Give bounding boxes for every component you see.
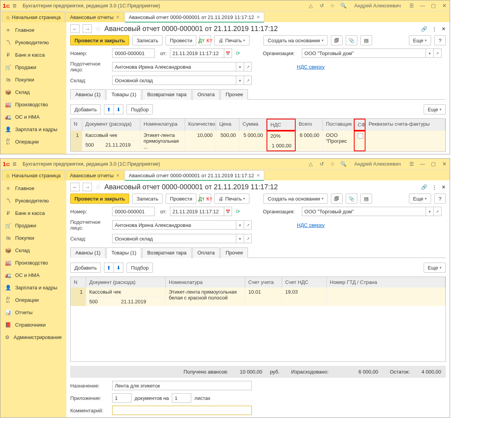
user-name[interactable]: Андрей Алексеевич [354,3,401,9]
subtab-other[interactable]: Прочее [220,247,248,258]
checklist-icon[interactable]: ▤ [360,194,372,204]
col-price[interactable]: Цена [216,119,239,131]
post-and-close-button[interactable]: Провести и закрыть [70,35,129,45]
subtab-other[interactable]: Прочее [220,89,248,100]
person-field[interactable] [112,62,236,71]
nav-sales[interactable]: 🛒Продажи [0,61,66,73]
col-n[interactable]: N [71,119,82,131]
col-sf[interactable]: СФ [354,119,365,131]
attach-icon[interactable]: 📎 [346,35,357,45]
tab-close-icon[interactable]: ✕ [256,173,260,178]
purpose-field[interactable] [112,381,252,390]
table-row[interactable]: 1 Кассовый чек 50021.11.2019 Этикет-лент… [71,131,445,151]
subtab-goods[interactable]: Товары (1) [106,247,141,258]
tab-home[interactable]: Начальная страница [2,12,65,22]
post-and-close-button[interactable]: Провести и закрыть [70,194,129,204]
tab-advance-reports[interactable]: Авансовые отчеты✕ [66,12,124,22]
nav-purchases[interactable]: 🛍Покупки [0,73,66,86]
move-down-button[interactable]: ⬇ [114,105,123,114]
subtab-payment[interactable]: Оплата [192,89,220,100]
org-field[interactable] [302,48,426,58]
col-doc[interactable]: Документ (расхода) [86,277,166,287]
nav-back-button[interactable]: ← [70,24,80,33]
main-menu-icon[interactable] [12,3,19,8]
date-field[interactable] [170,48,224,58]
nav-back-button[interactable]: ← [70,183,80,191]
person-field[interactable] [112,220,236,230]
dropdown-icon[interactable]: ▾ [236,62,244,71]
related-icon[interactable]: 🗐 [331,35,343,45]
nav-sales[interactable]: 🛒Продажи [0,219,66,232]
dropdown-icon[interactable]: ▾ [236,220,244,230]
col-nom[interactable]: Номенклатура [166,277,245,287]
vat-link[interactable]: НДС сверху [297,222,325,228]
subtab-advances[interactable]: Авансы (1) [70,89,106,100]
warehouse-field[interactable] [112,76,236,85]
save-button[interactable]: Записать [132,35,163,45]
nav-manager[interactable]: 〽Руководителю [0,194,66,207]
create-based-button[interactable]: Создать на основании ▾ [263,35,328,45]
search-icon[interactable]: 🔍 [340,161,346,167]
close-doc-icon[interactable]: ✕ [442,184,446,190]
post-button[interactable]: Провести [166,194,197,204]
subtab-payment[interactable]: Оплата [192,247,220,258]
date-field[interactable] [170,207,224,216]
dropdown-icon[interactable]: ▾ [426,207,434,216]
nav-ops[interactable]: ДтКтОперации [0,294,66,306]
more-button[interactable]: Еще ▾ [409,194,431,204]
link-icon[interactable]: 🔗 [421,26,427,32]
close-doc-icon[interactable]: ✕ [442,26,446,32]
maximize-icon[interactable]: ▢ [430,3,436,9]
search-icon[interactable]: 🔍 [340,3,346,9]
move-down-button[interactable]: ⬇ [114,263,123,272]
nav-salary[interactable]: 👤Зарплата и кадры [0,281,66,294]
favorite-icon[interactable]: ☆ [95,24,101,33]
warehouse-field[interactable] [112,234,236,243]
number-field[interactable] [112,207,155,216]
history-icon[interactable]: ↺ [319,161,325,167]
nav-bank[interactable]: ₽Банк и касса [0,48,66,61]
refresh-icon[interactable]: ⟳ [235,208,241,214]
history-icon[interactable]: ↺ [319,3,325,9]
subtab-tare[interactable]: Возвратная тара [142,89,191,100]
tab-home[interactable]: Начальная страница [2,170,65,180]
calendar-icon[interactable]: 📅 [224,207,232,216]
vat-link[interactable]: НДС сверху [297,64,325,70]
dropdown-icon[interactable]: ▾ [426,48,434,58]
add-button[interactable]: Добавить [70,104,101,114]
refresh-icon[interactable]: ⟳ [235,50,241,56]
open-icon[interactable]: ↗ [244,220,252,230]
user-name[interactable]: Андрей Алексеевич [354,161,401,167]
table-more-button[interactable]: Еще ▾ [424,263,446,273]
maximize-icon[interactable]: ▢ [430,161,436,167]
calendar-icon[interactable]: 📅 [224,48,232,58]
move-up-button[interactable]: ⬆ [104,263,114,272]
settings-icon[interactable]: ☰ [409,161,415,167]
col-sfreq[interactable]: Реквизиты счета-фактуры [365,119,445,131]
dt-kt-button[interactable]: ДᴛКᴛ [199,35,211,45]
select-button[interactable]: Подбор [126,104,153,114]
dropdown-icon[interactable]: ▾ [236,234,244,243]
tab-close-icon[interactable]: ✕ [116,173,120,178]
nav-fwd-button[interactable]: → [83,183,92,191]
more-menu-icon[interactable]: ⋮ [432,184,437,190]
open-icon[interactable]: ↗ [434,207,442,216]
nav-main[interactable]: ≡Главное [0,182,66,194]
docs-count-field[interactable] [112,393,132,403]
close-icon[interactable]: ✕ [441,161,447,167]
more-button[interactable]: Еще ▾ [409,35,431,45]
settings-icon[interactable]: ☰ [409,3,415,9]
number-field[interactable] [112,48,155,58]
select-button[interactable]: Подбор [126,263,153,273]
col-total[interactable]: Всего [296,119,323,131]
more-menu-icon[interactable]: ⋮ [432,26,437,32]
table-row[interactable]: 1 Кассовый чек 50021.11.2019 Этикет-лент… [71,287,445,306]
table-more-button[interactable]: Еще ▾ [424,104,446,114]
help-button[interactable]: ? [434,35,446,45]
open-icon[interactable]: ↗ [244,62,252,71]
related-icon[interactable]: 🗐 [331,194,343,204]
nav-reports[interactable]: 📊Отчеты [0,306,66,318]
subtab-goods[interactable]: Товары (1) [106,89,141,100]
dropdown-icon[interactable]: ▾ [236,76,244,85]
star-icon[interactable]: ☆ [329,3,336,9]
